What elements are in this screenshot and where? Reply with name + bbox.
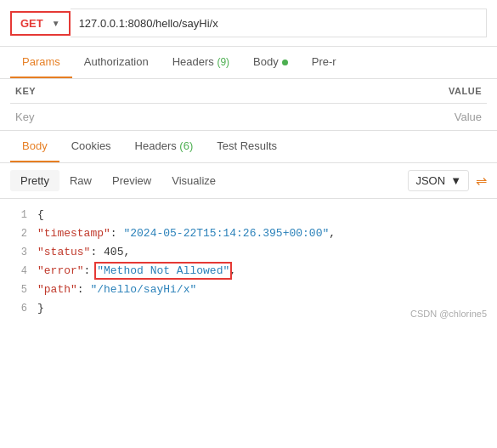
line-number-5: 5: [10, 281, 27, 298]
tab-params[interactable]: Params: [10, 47, 72, 78]
method-button[interactable]: GET ▼: [10, 11, 71, 36]
error-val: "Method Not Allowed": [97, 264, 229, 277]
visualize-button[interactable]: Visualize: [161, 170, 226, 191]
format-bar: Pretty Raw Preview Visualize JSON ▼ ⇌: [0, 163, 497, 199]
code-line-2: 2 "timestamp": "2024-05-22T15:14:26.395+…: [10, 224, 497, 243]
error-highlight: "Method Not Allowed": [97, 264, 229, 277]
request-tabs: Params Authorization Headers (9) Body Pr…: [0, 47, 497, 79]
tab-test-results[interactable]: Test Results: [205, 131, 289, 162]
line-5-content: "path": "/hello/sayHi/x": [37, 281, 497, 299]
tab-body[interactable]: Body: [241, 47, 300, 78]
pretty-button[interactable]: Pretty: [10, 170, 59, 191]
params-table: KEY VALUE Key Value: [10, 79, 487, 130]
tab-authorization[interactable]: Authorization: [72, 47, 161, 78]
value-column-header: VALUE: [208, 79, 487, 104]
timestamp-key: "timestamp": [37, 227, 110, 240]
code-line-3: 3 "status": 405,: [10, 243, 497, 262]
line-number-1: 1: [10, 207, 27, 224]
method-dropdown-icon: ▼: [52, 19, 60, 28]
params-section: KEY VALUE Key Value: [0, 79, 497, 131]
method-label: GET: [20, 17, 43, 30]
key-cell: Key: [10, 104, 208, 131]
error-key: "error": [37, 264, 84, 277]
line-4-content: "error": "Method Not Allowed",: [37, 262, 497, 281]
body-dot: [282, 60, 288, 65]
timestamp-val: "2024-05-22T15:14:26.395+00:00": [123, 227, 329, 240]
code-line-1: 1 {: [10, 206, 497, 224]
line-3-content: "status": 405,: [37, 243, 497, 262]
status-val: 405: [104, 246, 123, 258]
status-key: "status": [37, 246, 90, 258]
json-type-label: JSON: [415, 174, 445, 187]
json-type-selector[interactable]: JSON ▼: [408, 170, 469, 191]
code-line-5: 5 "path": "/hello/sayHi/x": [10, 281, 497, 299]
line-number-4: 4: [10, 263, 27, 280]
url-input[interactable]: [71, 9, 487, 37]
json-dropdown-icon: ▼: [450, 174, 461, 187]
tab-pre[interactable]: Pre-r: [300, 47, 348, 78]
tab-headers[interactable]: Headers (9): [161, 47, 241, 78]
key-column-header: KEY: [10, 79, 208, 104]
wrap-icon[interactable]: ⇌: [476, 173, 487, 189]
app-container: GET ▼ Params Authorization Headers (9) B…: [0, 0, 497, 326]
line-2-content: "timestamp": "2024-05-22T15:14:26.395+00…: [37, 224, 497, 243]
line-number-6: 6: [10, 300, 27, 317]
path-val: "/hello/sayHi/x": [90, 283, 196, 296]
params-row: Key Value: [10, 104, 487, 131]
tab-response-headers[interactable]: Headers (6): [123, 131, 206, 162]
raw-button[interactable]: Raw: [59, 170, 102, 191]
response-tabs: Body Cookies Headers (6) Test Results: [0, 131, 497, 163]
line-1-content: {: [37, 206, 497, 224]
watermark: CSDN @chlorine5: [410, 309, 487, 319]
line-number-2: 2: [10, 225, 27, 242]
code-body: 1 { 2 "timestamp": "2024-05-22T15:14:26.…: [0, 199, 497, 326]
value-cell: Value: [208, 104, 487, 131]
code-line-4: 4 "error": "Method Not Allowed",: [10, 262, 497, 281]
url-bar: GET ▼: [0, 0, 497, 47]
tab-cookies[interactable]: Cookies: [59, 131, 123, 162]
line-number-3: 3: [10, 244, 27, 261]
tab-response-body[interactable]: Body: [10, 131, 59, 162]
preview-button[interactable]: Preview: [102, 170, 161, 191]
path-key: "path": [37, 283, 77, 296]
